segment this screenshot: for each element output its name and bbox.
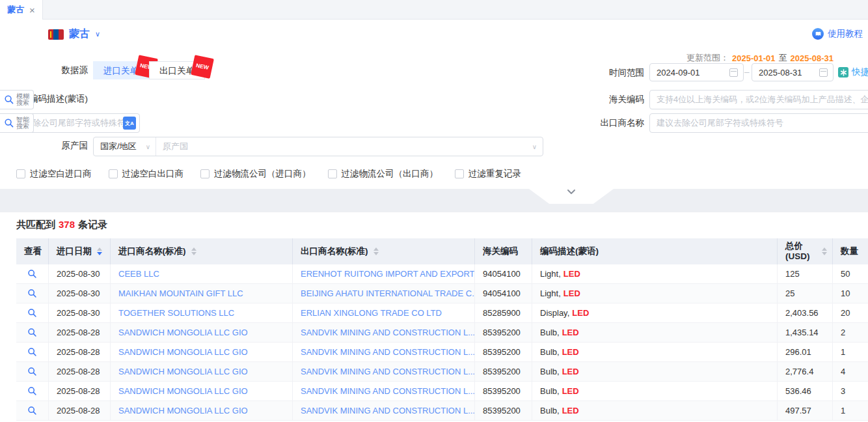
checkbox-icon[interactable] xyxy=(16,169,25,178)
origin-input[interactable]: 国家/地区 ∨ 原产国 ∨ xyxy=(93,137,543,156)
filter-panel: 数据源 进口关单 NEW 出口关单 NEW 更新范围： 2025-01-01 至… xyxy=(0,51,868,189)
collapse-panel-button[interactable] xyxy=(529,189,614,204)
tab-import-declarations[interactable]: 进口关单 NEW xyxy=(93,61,149,79)
view-button[interactable] xyxy=(16,382,49,401)
magnifier-icon xyxy=(27,386,37,396)
cell-hs-code: 94054100 xyxy=(475,284,532,303)
filter-checkbox[interactable]: 过滤物流公司（进口商） xyxy=(200,168,311,180)
view-button[interactable] xyxy=(16,343,49,361)
exporter-link[interactable]: SANDVIK MINING AND CONSTRUCTION L... xyxy=(301,347,475,357)
checkbox-icon[interactable] xyxy=(200,169,210,178)
view-button[interactable] xyxy=(16,264,49,283)
exporter-link[interactable]: SANDVIK MINING AND CONSTRUCTION L... xyxy=(301,328,475,337)
tab-export-declarations[interactable]: 出口关单 NEW xyxy=(149,61,205,79)
exporter-link[interactable]: ERLIAN XINGLONG TRADE CO LTD xyxy=(301,308,442,318)
importer-link[interactable]: CEEB LLC xyxy=(118,269,159,279)
checkbox-icon[interactable] xyxy=(109,169,118,178)
sort-icon[interactable] xyxy=(822,247,827,255)
filter-checkbox[interactable]: 过滤空白进口商 xyxy=(16,168,92,180)
column-header[interactable]: 编码描述(蒙语) xyxy=(532,238,778,264)
column-header[interactable]: 海关编码 xyxy=(475,238,532,264)
country-selector[interactable]: 蒙古 ∨ xyxy=(48,27,100,41)
importer-link[interactable]: TOGETHER SOLUTIONS LLC xyxy=(118,308,234,318)
importer-link[interactable]: SANDWICH MONGOLIA LLC GIO xyxy=(118,367,248,376)
column-header[interactable]: 出口商名称(标准) xyxy=(293,238,475,264)
table-row: 2025-08-30 CEEB LLC ERENHOT RUITONG IMPO… xyxy=(16,264,868,284)
checkbox-icon[interactable] xyxy=(455,169,464,178)
end-date-input[interactable]: 2025-08-31 xyxy=(752,63,834,81)
browser-tab-bar: 蒙古 × xyxy=(0,0,868,20)
cell-import-date: 2025-08-28 xyxy=(49,343,111,361)
cell-import-date: 2025-08-28 xyxy=(49,401,111,420)
table-row: 2025-08-28 SANDWICH MONGOLIA LLC GIO SAN… xyxy=(16,401,868,421)
cell-hs-code: 85395200 xyxy=(475,323,532,342)
start-date-input[interactable]: 2024-09-01 xyxy=(649,63,744,81)
filter-checkbox[interactable]: 过滤重复记录 xyxy=(455,168,521,180)
smart-search-button[interactable]: 智能搜索 xyxy=(0,113,34,133)
column-label: 查看 xyxy=(24,246,42,257)
cell-importer: CEEB LLC xyxy=(111,264,293,283)
cell-importer: TOGETHER SOLUTIONS LLC xyxy=(111,303,293,322)
importer-link[interactable]: SANDWICH MONGOLIA LLC GIO xyxy=(118,406,248,415)
chevron-down-icon xyxy=(567,189,576,195)
column-label: 数量 xyxy=(841,246,858,257)
cell-total-usd: 497.57 xyxy=(778,401,833,420)
cell-description: Bulb,LED xyxy=(532,362,778,381)
exporter-link[interactable]: ERENHOT RUITONG IMPORT AND EXPORT ... xyxy=(301,269,475,279)
importer-link[interactable]: SANDWICH MONGOLIA LLC GIO xyxy=(118,328,248,337)
importer-link[interactable]: MAIKHAN MOUNTAIN GIFT LLC xyxy=(118,288,243,298)
translate-icon[interactable]: 文A xyxy=(123,117,136,130)
table-row: 2025-08-28 SANDWICH MONGOLIA LLC GIO SAN… xyxy=(16,382,868,401)
view-button[interactable] xyxy=(16,401,49,420)
filter-checkbox[interactable]: 过滤空白出口商 xyxy=(109,168,184,180)
column-header[interactable]: 数量 xyxy=(833,238,868,264)
quick-select-button[interactable]: 快捷 xyxy=(838,63,868,81)
cell-total-usd: 125 xyxy=(778,264,833,283)
close-icon[interactable]: × xyxy=(29,5,35,15)
view-button[interactable] xyxy=(16,323,49,342)
importer-link[interactable]: SANDWICH MONGOLIA LLC GIO xyxy=(118,386,248,396)
tutorial-link[interactable]: 使用教程 xyxy=(812,28,863,40)
led-highlight: LED xyxy=(563,288,580,298)
tab-mongolia[interactable]: 蒙古 × xyxy=(0,0,43,20)
column-header[interactable]: 查看 xyxy=(16,238,49,264)
led-highlight: LED xyxy=(562,406,579,415)
filter-checkbox-row: 过滤空白进口商 过滤空白出口商 过滤物流公司（进口商） 过滤物流公司（出口商） … xyxy=(16,168,521,180)
sort-icon[interactable] xyxy=(373,247,379,255)
cell-import-date: 2025-08-30 xyxy=(49,303,111,322)
cell-total-usd: 296.01 xyxy=(778,343,833,361)
led-highlight: LED xyxy=(562,328,579,337)
filter-checkbox[interactable]: 过滤物流公司（出口商） xyxy=(328,168,439,180)
exporter-link[interactable]: BEIJING AHATU INTERNATIONAL TRADE C... xyxy=(301,288,475,298)
exporter-link[interactable]: SANDVIK MINING AND CONSTRUCTION L... xyxy=(301,386,475,396)
exporter-link[interactable]: SANDVIK MINING AND CONSTRUCTION L... xyxy=(301,406,475,415)
exporter-input[interactable]: 建议去除公司尾部字符或特殊符号 xyxy=(649,113,868,133)
sort-icon[interactable] xyxy=(191,247,197,255)
led-highlight: LED xyxy=(572,308,589,318)
exporter-link[interactable]: SANDVIK MINING AND CONSTRUCTION L... xyxy=(301,367,475,376)
importer-link[interactable]: SANDWICH MONGOLIA LLC GIO xyxy=(118,347,248,357)
cell-hs-code: 85395200 xyxy=(475,382,532,401)
view-button[interactable] xyxy=(16,303,49,322)
column-label: 出口商名称(标准) xyxy=(301,246,368,257)
hs-code-input[interactable]: 支持4位以上海关编码，或2位海关编码加上产品描述、企业名称 xyxy=(649,90,868,109)
tutorial-label: 使用教程 xyxy=(828,28,863,40)
sort-icon[interactable] xyxy=(97,247,102,255)
checkbox-icon[interactable] xyxy=(328,169,337,178)
result-count: 378 xyxy=(59,219,75,230)
cell-hs-code: 85395200 xyxy=(475,401,532,420)
column-label: 编码描述(蒙语) xyxy=(540,246,599,257)
column-header[interactable]: 进口日期 xyxy=(49,238,111,264)
table-body: 2025-08-30 CEEB LLC ERENHOT RUITONG IMPO… xyxy=(16,264,868,421)
fuzzy-search-button[interactable]: 模糊搜索 xyxy=(0,90,34,109)
column-header[interactable]: 总价 (USD) xyxy=(778,238,833,264)
update-start-date: 2025-01-01 xyxy=(732,53,776,63)
view-button[interactable] xyxy=(16,362,49,381)
view-button[interactable] xyxy=(16,284,49,303)
magnifier-icon xyxy=(27,347,37,357)
cell-total-usd: 2,776.4 xyxy=(778,362,833,381)
origin-type-select[interactable]: 国家/地区 ∨ xyxy=(94,137,156,156)
cell-exporter: ERLIAN XINGLONG TRADE CO LTD xyxy=(293,303,475,322)
column-header[interactable]: 进口商名称(标准) xyxy=(111,238,293,264)
cell-quantity: 4 xyxy=(833,362,868,381)
